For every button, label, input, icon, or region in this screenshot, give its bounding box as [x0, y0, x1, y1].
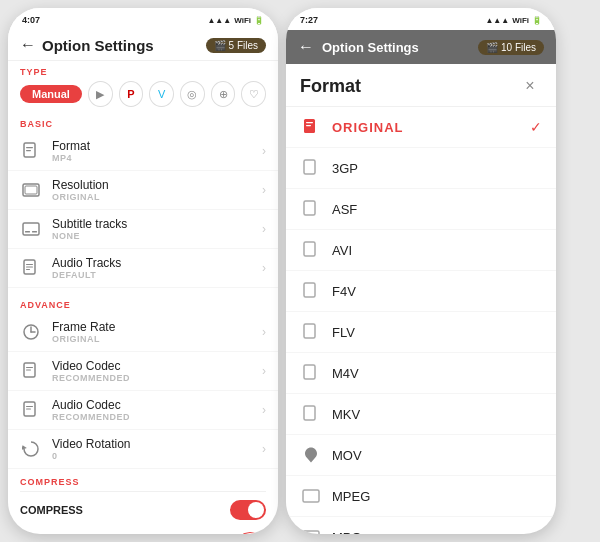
rotation-text: Video Rotation 0 — [52, 437, 252, 461]
format-name-original: ORIGINAL — [332, 120, 520, 135]
setting-subtitle[interactable]: Subtitle tracks NONE › — [8, 210, 278, 249]
mkv-icon — [300, 403, 322, 425]
svg-rect-4 — [25, 186, 37, 194]
format-item-original[interactable]: ORIGINAL ✓ — [286, 107, 556, 148]
tab-instagram[interactable]: ◎ — [180, 81, 205, 107]
mpeg-icon — [300, 485, 322, 507]
format-item-flv[interactable]: FLV — [286, 312, 556, 353]
compress-toggle[interactable] — [230, 500, 266, 520]
tab-heart[interactable]: ♡ — [241, 81, 266, 107]
avi-icon — [300, 239, 322, 261]
svg-rect-7 — [32, 231, 37, 233]
page-title-left: Option Settings — [42, 37, 200, 54]
status-bar-left: 4:07 ▲▲▲ WiFi 🔋 — [8, 8, 278, 30]
settings-scroll: BASIC Format MP4 › Resolution ORIGINAL — [8, 111, 278, 534]
svg-rect-29 — [304, 324, 315, 338]
file-badge-right: 🎬 10 Files — [478, 40, 544, 55]
rotation-icon — [20, 438, 42, 460]
resolution-icon — [20, 179, 42, 201]
audiocodec-arrow: › — [262, 403, 266, 417]
format-item-f4v[interactable]: F4V — [286, 271, 556, 312]
format-item-3gp[interactable]: 3GP — [286, 148, 556, 189]
format-title-row: Format × — [286, 64, 556, 107]
format-dialog-title: Format — [300, 76, 518, 97]
svg-rect-25 — [304, 160, 315, 174]
svg-rect-1 — [26, 147, 33, 148]
compress-label: COMPRESS — [20, 477, 266, 487]
format-icon — [20, 140, 42, 162]
m4v-icon — [300, 362, 322, 384]
back-button-left[interactable]: ← — [20, 36, 36, 54]
svg-rect-20 — [26, 409, 31, 410]
svg-rect-2 — [26, 150, 31, 151]
audio-text: Audio Tracks DEFAULT — [52, 256, 252, 280]
setting-videocodec[interactable]: Video Codec RECOMMENDED › — [8, 352, 278, 391]
framerate-text: Frame Rate ORIGINAL — [52, 320, 252, 344]
tab-youtube[interactable]: ▶ — [88, 81, 113, 107]
format-item-mov[interactable]: MOV — [286, 435, 556, 476]
time-right: 7:27 — [300, 15, 318, 25]
compress-text: COMPRESS — [20, 504, 230, 516]
format-item-mpeg[interactable]: MPEG — [286, 476, 556, 517]
3gp-icon — [300, 157, 322, 179]
setting-rotation[interactable]: Video Rotation 0 › — [8, 430, 278, 469]
format-item-asf[interactable]: ASF — [286, 189, 556, 230]
svg-rect-11 — [26, 269, 30, 270]
advance-group: ADVANCE Frame Rate ORIGINAL › Video Code… — [8, 292, 278, 469]
tab-pinterest[interactable]: P — [119, 81, 144, 107]
svg-rect-23 — [306, 122, 313, 123]
svg-rect-6 — [25, 231, 30, 233]
setting-audio[interactable]: Audio Tracks DEFAULT › — [8, 249, 278, 288]
setting-audiocodec[interactable]: Audio Codec RECOMMENDED › — [8, 391, 278, 430]
format-item-avi[interactable]: AVI — [286, 230, 556, 271]
back-button-right[interactable]: ← — [298, 38, 314, 56]
format-name-3gp: 3GP — [332, 161, 542, 176]
status-icons-left: ▲▲▲ WiFi 🔋 — [207, 16, 264, 25]
status-bar-right: 7:27 ▲▲▲ WiFi 🔋 — [286, 8, 556, 30]
audiocodec-text: Audio Codec RECOMMENDED — [52, 398, 252, 422]
f4v-icon — [300, 280, 322, 302]
compress-section: COMPRESS COMPRESS High quality(Slower) ✓ — [8, 473, 278, 534]
setting-resolution[interactable]: Resolution ORIGINAL › — [8, 171, 278, 210]
tab-dailymotion[interactable]: ⊕ — [211, 81, 236, 107]
videocodec-arrow: › — [262, 364, 266, 378]
subtitle-arrow: › — [262, 222, 266, 236]
format-item-mpg[interactable]: MPG — [286, 517, 556, 534]
basic-group: BASIC Format MP4 › Resolution ORIGINAL — [8, 111, 278, 288]
compress-row: COMPRESS — [20, 491, 266, 528]
left-phone: 4:07 ▲▲▲ WiFi 🔋 ← Option Settings 🎬 5 Fi… — [8, 8, 278, 534]
svg-rect-19 — [26, 406, 33, 407]
videocodec-text: Video Codec RECOMMENDED — [52, 359, 252, 383]
format-arrow: › — [262, 144, 266, 158]
setting-framerate[interactable]: Frame Rate ORIGINAL › — [8, 313, 278, 352]
svg-rect-31 — [304, 406, 315, 420]
framerate-arrow: › — [262, 325, 266, 339]
quality-check-button[interactable]: ✓ — [234, 532, 266, 534]
tab-manual[interactable]: Manual — [20, 85, 82, 103]
format-name-mpg: MPG — [332, 530, 542, 535]
quality-row: High quality(Slower) ✓ — [20, 528, 266, 534]
setting-format[interactable]: Format MP4 › — [8, 132, 278, 171]
flv-icon — [300, 321, 322, 343]
status-icons-right: ▲▲▲ WiFi 🔋 — [485, 16, 542, 25]
subtitle-text: Subtitle tracks NONE — [52, 217, 252, 241]
advance-label: ADVANCE — [8, 292, 278, 313]
audiocodec-icon — [20, 399, 42, 421]
right-phone: 7:27 ▲▲▲ WiFi 🔋 ← Option Settings 🎬 10 F… — [286, 8, 556, 534]
format-item-m4v[interactable]: M4V — [286, 353, 556, 394]
format-name-m4v: M4V — [332, 366, 542, 381]
svg-rect-26 — [304, 201, 315, 215]
svg-rect-17 — [26, 370, 31, 371]
format-text: Format MP4 — [52, 139, 252, 163]
rotation-arrow: › — [262, 442, 266, 456]
type-label: TYPE — [20, 67, 266, 77]
original-icon — [300, 116, 322, 138]
format-name-avi: AVI — [332, 243, 542, 258]
tab-vimeo[interactable]: V — [149, 81, 174, 107]
close-button[interactable]: × — [518, 74, 542, 98]
format-item-mkv[interactable]: MKV — [286, 394, 556, 435]
format-name-mpeg: MPEG — [332, 489, 542, 504]
format-list: ORIGINAL ✓ 3GP ASF AVI F4V — [286, 107, 556, 534]
svg-rect-16 — [26, 367, 33, 368]
basic-label: BASIC — [8, 111, 278, 132]
